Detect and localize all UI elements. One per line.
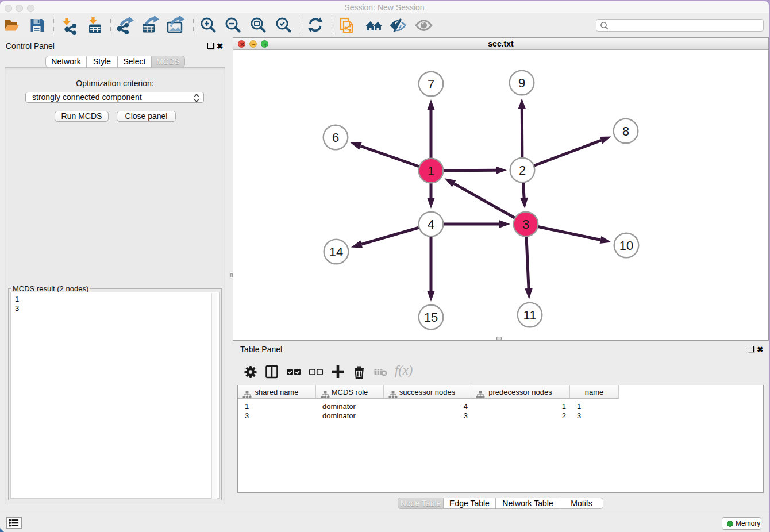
svg-text:7: 7 [428, 77, 434, 91]
svg-text:8: 8 [622, 124, 629, 138]
svg-text:9: 9 [518, 76, 525, 90]
svg-text:2: 2 [519, 163, 526, 178]
svg-text:10: 10 [619, 238, 633, 253]
svg-text:1: 1 [428, 164, 434, 178]
svg-text:15: 15 [424, 310, 438, 325]
svg-text:4: 4 [428, 217, 434, 232]
svg-text:3: 3 [522, 217, 529, 232]
svg-text:6: 6 [332, 130, 339, 145]
svg-text:11: 11 [523, 308, 537, 322]
svg-text:14: 14 [329, 245, 343, 259]
